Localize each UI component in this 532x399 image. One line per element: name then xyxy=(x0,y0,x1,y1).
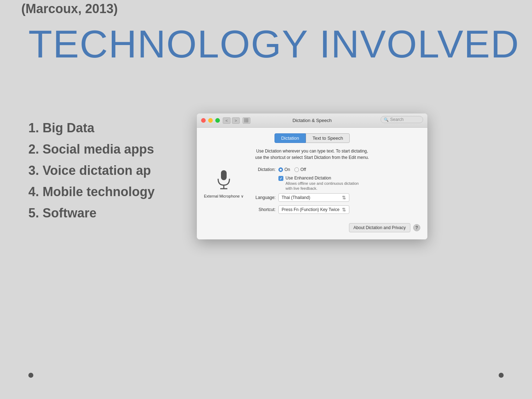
forward-button[interactable]: > xyxy=(232,117,240,124)
window-title: Dictation & Speech xyxy=(293,118,332,123)
tab-text-to-speech[interactable]: Text to Speech xyxy=(306,133,350,143)
microphone-icon xyxy=(213,167,234,192)
minimize-button[interactable] xyxy=(208,118,213,123)
svg-rect-3 xyxy=(244,120,245,121)
tab-dictation[interactable]: Dictation xyxy=(275,133,306,143)
shortcut-select[interactable]: Press Fn (Function) Key Twice ⇅ xyxy=(278,205,349,214)
title-bar: < > Dictation & Speech 🔍 Search xyxy=(197,113,427,128)
decoration-dot-left xyxy=(28,373,33,378)
tabs: Dictation Text to Speech xyxy=(204,133,420,143)
svg-rect-9 xyxy=(221,170,227,180)
description: Use Dictation wherever you can type text… xyxy=(204,148,420,161)
svg-rect-5 xyxy=(247,120,248,121)
privacy-button[interactable]: About Dictation and Privacy xyxy=(349,223,410,232)
search-icon: 🔍 xyxy=(384,117,389,122)
svg-rect-1 xyxy=(246,118,247,120)
language-stepper-icon: ⇅ xyxy=(342,195,346,200)
enhanced-dictation-row: Use Enhanced Dictation Allows offline us… xyxy=(278,176,420,190)
back-button[interactable]: < xyxy=(223,117,231,124)
list-item: 1. Big Data xyxy=(28,121,155,135)
language-value: Thai (Thailand) xyxy=(282,195,310,200)
enhanced-checkbox[interactable]: Use Enhanced Dictation Allows offline us… xyxy=(278,176,420,190)
mic-label[interactable]: External Microphone xyxy=(204,194,244,199)
page-title: TECHNOLOGY INVOLVED xyxy=(28,21,520,66)
mac-window: < > Dictation & Speech 🔍 Search xyxy=(197,113,427,239)
svg-rect-6 xyxy=(244,121,245,122)
radio-off-label: Off xyxy=(300,167,306,172)
list-item: 2. Social media apps xyxy=(28,142,155,157)
traffic-lights xyxy=(201,118,220,123)
mic-section: External Microphone xyxy=(204,167,244,199)
radio-on-circle[interactable] xyxy=(278,167,283,172)
close-button[interactable] xyxy=(201,118,206,123)
svg-rect-7 xyxy=(246,121,247,122)
citation: (Marcoux, 2013) xyxy=(0,1,532,16)
list-item: 4. Mobile technology xyxy=(28,184,155,199)
shortcut-stepper-icon: ⇅ xyxy=(342,207,346,212)
svg-rect-4 xyxy=(246,120,247,121)
radio-on[interactable]: On xyxy=(278,167,290,172)
content-list: 1. Big Data 2. Social media apps 3. Voic… xyxy=(28,121,155,227)
enhanced-text: Use Enhanced Dictation Allows offline us… xyxy=(286,176,359,190)
main-panel: External Microphone Dictation: On Off xyxy=(204,167,420,217)
decoration-dot-right xyxy=(499,373,504,378)
checkbox-enhanced[interactable] xyxy=(278,176,283,181)
radio-on-label: On xyxy=(284,167,290,172)
radio-group: On Off xyxy=(278,167,306,172)
maximize-button[interactable] xyxy=(215,118,220,123)
svg-rect-8 xyxy=(247,121,248,122)
bottom-area: About Dictation and Privacy ? xyxy=(204,223,420,232)
dictation-row: Dictation: On Off xyxy=(251,167,420,172)
window-content: Dictation Text to Speech Use Dictation w… xyxy=(197,128,427,239)
grid-button[interactable] xyxy=(243,117,250,124)
help-button[interactable]: ? xyxy=(413,224,420,231)
list-item: 5. Software xyxy=(28,206,155,221)
list-item: 3. Voice dictation ap xyxy=(28,163,155,178)
radio-off[interactable]: Off xyxy=(294,167,306,172)
search-placeholder: Search xyxy=(390,117,404,122)
radio-off-circle[interactable] xyxy=(294,167,299,172)
search-box[interactable]: 🔍 Search xyxy=(381,116,423,123)
language-label: Language: xyxy=(251,195,276,200)
shortcut-value: Press Fn (Function) Key Twice xyxy=(282,207,339,212)
settings-section: Dictation: On Off xyxy=(251,167,420,217)
shortcut-row: Shortcut: Press Fn (Function) Key Twice … xyxy=(251,205,420,214)
svg-rect-0 xyxy=(244,118,245,120)
language-row: Language: Thai (Thailand) ⇅ xyxy=(251,193,420,202)
shortcut-label: Shortcut: xyxy=(251,207,276,212)
dictation-label: Dictation: xyxy=(251,167,276,172)
nav-buttons: < > xyxy=(223,117,250,124)
language-select[interactable]: Thai (Thailand) ⇅ xyxy=(278,193,349,202)
svg-rect-2 xyxy=(247,118,248,120)
